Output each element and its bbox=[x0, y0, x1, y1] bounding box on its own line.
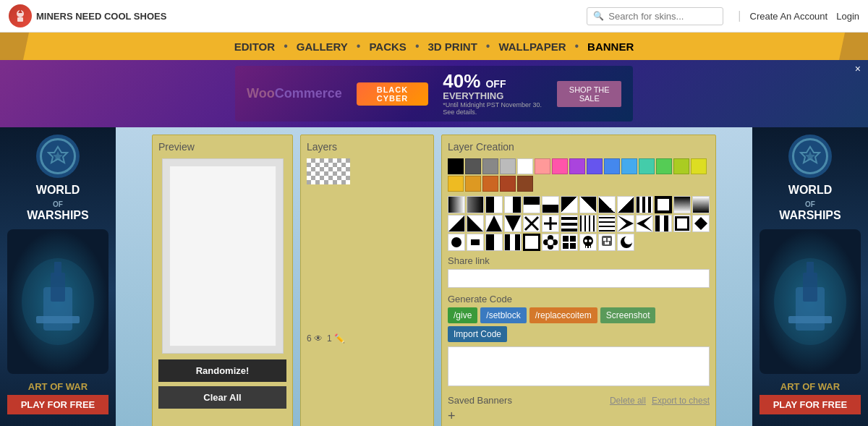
ad-cta-button[interactable]: SHOP THE SALE bbox=[557, 81, 621, 107]
pattern-x-cross[interactable] bbox=[523, 215, 540, 232]
svg-rect-22 bbox=[471, 239, 480, 245]
clear-all-button[interactable]: Clear All bbox=[158, 386, 286, 409]
svg-rect-23 bbox=[486, 234, 494, 250]
pattern-half-bot[interactable] bbox=[542, 196, 559, 213]
pattern-big-stripe-v[interactable] bbox=[655, 215, 672, 232]
screenshot-button[interactable]: Screenshot bbox=[600, 307, 656, 323]
left-ad-ship-image bbox=[7, 229, 109, 374]
pattern-solid-white-l[interactable] bbox=[504, 196, 522, 213]
right-ad-logo bbox=[788, 135, 832, 178]
pattern-diag-bl[interactable] bbox=[598, 196, 616, 213]
pattern-grad-bt[interactable] bbox=[692, 196, 710, 213]
pattern-grad-rl[interactable] bbox=[467, 196, 484, 213]
nav-item-packs[interactable]: PACKS bbox=[363, 41, 412, 53]
color-swatch-teal[interactable] bbox=[639, 158, 655, 174]
give-button[interactable]: /give bbox=[448, 307, 477, 323]
pattern-arrow-r[interactable] bbox=[617, 215, 634, 232]
color-swatch-dark-gray[interactable] bbox=[465, 158, 481, 174]
pattern-arrow-l[interactable] bbox=[636, 215, 653, 232]
pattern-grid[interactable] bbox=[561, 234, 578, 251]
color-swatch-brown[interactable] bbox=[517, 176, 533, 192]
pattern-rect-outline[interactable] bbox=[673, 215, 691, 232]
left-ad-play-button[interactable]: PLAY FOR FREE bbox=[7, 395, 109, 414]
color-swatch-dark-orange[interactable] bbox=[482, 176, 498, 192]
pattern-diag-tr[interactable] bbox=[579, 196, 597, 213]
color-swatch-purple[interactable] bbox=[569, 158, 585, 174]
left-ad-art-of-war: ART OF WAR bbox=[28, 381, 88, 392]
pattern-tri-t[interactable] bbox=[485, 215, 503, 232]
color-swatch-pink[interactable] bbox=[535, 158, 550, 174]
pattern-dot[interactable] bbox=[448, 234, 465, 251]
color-swatch-orange[interactable] bbox=[465, 176, 481, 192]
nav-item-gallery[interactable]: GALLERY bbox=[291, 41, 354, 53]
svg-marker-20 bbox=[694, 217, 707, 230]
pattern-diamond[interactable] bbox=[692, 215, 710, 232]
pattern-plus-cross[interactable] bbox=[542, 215, 559, 232]
color-swatch-green[interactable] bbox=[656, 158, 672, 174]
pattern-vert-stripe[interactable] bbox=[636, 196, 653, 213]
svg-point-46 bbox=[624, 236, 633, 244]
nav-items: EDITOR • GALLERY • PACKS • 3D PRINT • WA… bbox=[229, 33, 640, 60]
randomize-button[interactable]: Randomize! bbox=[158, 359, 286, 382]
add-saved-banner-button[interactable]: + bbox=[448, 409, 710, 424]
setblock-button[interactable]: /setblock bbox=[480, 307, 526, 323]
right-ad-play-button[interactable]: PLAY FOR FREE bbox=[760, 395, 861, 414]
delete-all-link[interactable]: Delete all bbox=[610, 396, 646, 406]
search-input[interactable] bbox=[608, 11, 717, 22]
import-code-button[interactable]: Import Code bbox=[448, 326, 507, 342]
pattern-solid-black-r[interactable] bbox=[485, 196, 503, 213]
share-link-input[interactable] bbox=[448, 269, 710, 288]
ad-close-button[interactable]: × bbox=[855, 63, 861, 74]
pattern-h-stripe-thin[interactable] bbox=[598, 215, 616, 232]
color-swatch-hot-pink[interactable] bbox=[552, 158, 568, 174]
nav-item-editor[interactable]: EDITOR bbox=[229, 41, 281, 53]
color-swatch-yellow[interactable] bbox=[691, 158, 707, 174]
layers-title: Layers bbox=[307, 141, 427, 153]
site-logo[interactable]: MINERS NEED COOL SHOES bbox=[9, 4, 166, 27]
color-swatch-light-blue[interactable] bbox=[621, 158, 637, 174]
color-swatch-white[interactable] bbox=[517, 158, 533, 174]
generate-code-section: Generate Code /give /setblock /replaceco… bbox=[448, 294, 710, 389]
color-swatch-red-brown[interactable] bbox=[500, 176, 516, 192]
header-actions: | Create An Account Login bbox=[738, 9, 859, 22]
nav-item-banner[interactable]: BANNER bbox=[582, 41, 639, 53]
create-account-link[interactable]: Create An Account bbox=[750, 11, 828, 22]
pattern-half-v-l[interactable] bbox=[485, 234, 503, 251]
pattern-small-rect[interactable] bbox=[467, 234, 484, 251]
pattern-diag-br[interactable] bbox=[617, 196, 634, 213]
pattern-thin-rect-outline[interactable] bbox=[523, 234, 540, 251]
pattern-fat-v-stripes[interactable] bbox=[504, 234, 522, 251]
color-swatch-violet[interactable] bbox=[587, 158, 603, 174]
export-to-chest-link[interactable]: Export to chest bbox=[652, 396, 710, 406]
pattern-v-stripe-thin[interactable] bbox=[579, 215, 597, 232]
color-swatch-lime[interactable] bbox=[673, 158, 689, 174]
svg-marker-11 bbox=[467, 216, 483, 231]
color-swatch-light-gray[interactable] bbox=[500, 158, 516, 174]
pattern-moon[interactable] bbox=[617, 234, 634, 251]
pattern-diag-tl[interactable] bbox=[561, 196, 578, 213]
replaceitem-button[interactable]: /replacecoitem bbox=[529, 307, 597, 323]
color-swatch-mid-gray[interactable] bbox=[482, 158, 498, 174]
pattern-tri-b[interactable] bbox=[504, 215, 522, 232]
pattern-half-top[interactable] bbox=[523, 196, 540, 213]
pattern-tri-ul[interactable] bbox=[448, 215, 465, 232]
svg-marker-12 bbox=[486, 216, 502, 231]
nav-item-3dprint[interactable]: 3D PRINT bbox=[422, 41, 482, 53]
pattern-border[interactable] bbox=[655, 196, 672, 213]
svg-rect-32 bbox=[570, 243, 576, 249]
color-swatch-black[interactable] bbox=[448, 158, 464, 174]
search-box[interactable]: 🔍 bbox=[587, 7, 723, 25]
login-link[interactable]: Login bbox=[836, 11, 859, 22]
pattern-grad-tb[interactable] bbox=[673, 196, 691, 213]
pattern-skull[interactable] bbox=[579, 234, 597, 251]
pattern-horiz-stripe[interactable] bbox=[561, 215, 578, 232]
pattern-creeper[interactable] bbox=[598, 234, 616, 251]
nav-item-wallpaper[interactable]: WALLPAPER bbox=[493, 41, 571, 53]
color-swatch-blue[interactable] bbox=[604, 158, 620, 174]
color-swatch-gold[interactable] bbox=[448, 176, 464, 192]
pattern-flower[interactable] bbox=[542, 234, 559, 251]
pattern-tri-ur[interactable] bbox=[467, 215, 484, 232]
pattern-grad-lr[interactable] bbox=[448, 196, 465, 213]
layers-footer: 6 👁 1 ✏️ bbox=[307, 333, 427, 344]
code-textarea[interactable] bbox=[448, 346, 710, 386]
